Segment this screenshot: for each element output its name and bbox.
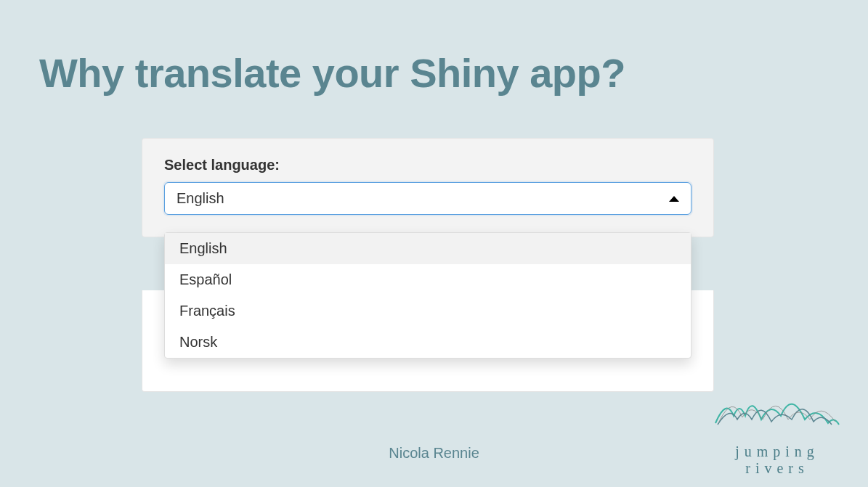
jumping-rivers-logo: jumping rivers (701, 380, 853, 477)
language-dropdown-menu: English Español Français Norsk (164, 232, 691, 359)
logo-waves-icon (712, 380, 843, 438)
author-name: Nicola Rennie (389, 445, 479, 462)
option-espanol[interactable]: Español (165, 264, 691, 295)
option-english[interactable]: English (165, 233, 691, 264)
language-select-panel: Select language: English (142, 138, 714, 237)
language-select[interactable]: English (164, 182, 691, 215)
slide-title: Why translate your Shiny app? (39, 49, 625, 97)
logo-text: jumping rivers (701, 443, 853, 477)
option-francais[interactable]: Français (165, 295, 691, 327)
option-norsk[interactable]: Norsk (165, 327, 691, 358)
caret-up-icon (669, 196, 679, 202)
select-language-label: Select language: (164, 157, 691, 173)
selected-option-text: English (177, 190, 224, 207)
